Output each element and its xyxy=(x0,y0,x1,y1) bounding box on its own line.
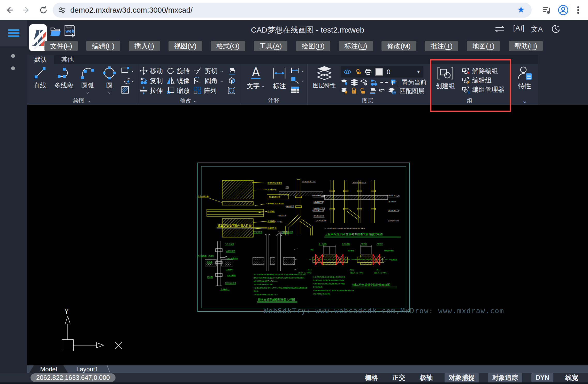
toggle-3[interactable]: 对象捕捉 xyxy=(445,373,479,383)
stretch-tool[interactable]: 拉伸 xyxy=(140,86,163,95)
fillet-tool[interactable]: 圆角 ⌄ xyxy=(193,76,224,85)
sidebar-dot[interactable] xyxy=(11,54,15,58)
explode-tool[interactable] xyxy=(227,76,236,85)
set-current-label[interactable]: 置为当前 xyxy=(402,78,426,87)
url-text[interactable]: demo2.mxdraw3d.com:3000/mxcad/ xyxy=(70,6,193,14)
ellipse-tool[interactable]: ⌄ xyxy=(121,76,134,84)
undo-icon[interactable] xyxy=(378,87,386,95)
toggle-4[interactable]: 对象追踪 xyxy=(488,373,522,383)
scale-tool[interactable]: 缩放 xyxy=(166,86,190,95)
layer-color-swatch[interactable] xyxy=(375,68,383,76)
annotate-section-label[interactable]: 注释 xyxy=(240,97,307,105)
chevron-down-icon[interactable]: ⌄ xyxy=(220,68,224,73)
arc-tool[interactable]: 圆弧 ⌄ xyxy=(76,64,100,97)
toggle-6[interactable]: 线宽 xyxy=(563,373,581,383)
leader-tool[interactable]: ⌄ xyxy=(291,76,305,84)
dimension-tool[interactable]: 标注 xyxy=(268,64,291,97)
properties-tool[interactable]: 特性 xyxy=(512,64,538,97)
layer-stack-icon[interactable] xyxy=(350,79,358,86)
menu-i-2[interactable]: 插入(I) xyxy=(129,41,160,51)
array-tool[interactable]: 阵列 xyxy=(193,86,224,95)
menu-t-10[interactable]: 地图(T) xyxy=(467,41,500,51)
layers-section-label[interactable]: 图层 xyxy=(308,97,428,105)
hamburger-menu-icon[interactable] xyxy=(7,29,20,38)
menu-v-3[interactable]: 视图(V) xyxy=(169,41,202,51)
modify-section-label[interactable]: 修改⌄ xyxy=(137,97,240,105)
menu-t-9[interactable]: 批注(T) xyxy=(425,41,458,51)
chevron-down-icon[interactable]: ▼ xyxy=(416,69,421,75)
drawing-canvas[interactable]: 管道穿越地下室外墙大样图 卫生间厨洗,污水立管与专用通气管连接安装图 排水立管穿… xyxy=(27,105,588,365)
toggle-1[interactable]: 正交 xyxy=(390,373,408,383)
polyline-tool[interactable]: 多线段 xyxy=(52,64,76,97)
menu-a-5[interactable]: 工具(A) xyxy=(254,41,288,51)
toggle-2[interactable]: 极轴 xyxy=(417,373,435,383)
layer-settings-icon[interactable] xyxy=(360,79,368,86)
chevron-down-icon[interactable]: ⌄ xyxy=(107,90,111,94)
layer-unlock2-icon[interactable] xyxy=(359,87,366,95)
layer-visibility-eye-icon[interactable] xyxy=(343,69,352,75)
address-bar[interactable]: demo2.mxdraw3d.com:3000/mxcad/ ★ xyxy=(53,3,532,18)
swap-icon[interactable] xyxy=(494,24,505,34)
layer-lock-icon[interactable] xyxy=(350,87,357,95)
hatch-tool[interactable] xyxy=(121,86,134,94)
layer-properties-tool[interactable]: 图层特性 xyxy=(310,64,339,97)
translate-icon[interactable]: 文A xyxy=(531,24,543,34)
menu-h-11[interactable]: 帮助(H) xyxy=(509,41,543,51)
bookmark-star-icon[interactable]: ★ xyxy=(517,4,525,15)
tune-icon[interactable] xyxy=(57,6,66,14)
toggle-0[interactable]: 栅格 xyxy=(362,373,380,383)
linear-dimension-tool[interactable]: ⌄ xyxy=(291,66,305,74)
tab-model[interactable]: Model xyxy=(29,365,68,373)
chevron-down-icon[interactable]: ⌄ xyxy=(301,78,305,82)
layer-erase-icon[interactable] xyxy=(369,87,376,95)
mirror-tool[interactable]: 镜像 xyxy=(166,76,190,85)
menu-d-6[interactable]: 绘图(D) xyxy=(296,41,330,51)
profile-icon[interactable] xyxy=(558,4,569,16)
draw-section-label[interactable]: 绘图⌄ xyxy=(27,97,137,105)
chevron-down-icon[interactable]: ⌄ xyxy=(522,97,528,104)
rectangle-tool[interactable]: ⌄ xyxy=(121,66,134,74)
table-tool[interactable] xyxy=(291,86,305,94)
match-layer-icon[interactable] xyxy=(388,87,396,95)
merge-arrows-icon[interactable] xyxy=(380,79,388,86)
layer-copy-icon[interactable] xyxy=(370,79,378,86)
chevron-down-icon[interactable]: ⌄ xyxy=(131,78,134,82)
layer-walk-icon[interactable] xyxy=(341,87,348,95)
set-current-icon[interactable] xyxy=(390,79,398,86)
browser-menu-icon[interactable] xyxy=(572,4,584,16)
line-tool[interactable]: 直线 xyxy=(28,64,52,97)
forward-icon[interactable] xyxy=(21,4,32,16)
layer-print-icon[interactable] xyxy=(365,69,372,75)
text-tool[interactable]: A 文字 ⌄ xyxy=(243,64,268,97)
sidebar-dot[interactable] xyxy=(11,66,15,70)
tab-other[interactable]: 其他 xyxy=(54,55,81,64)
media-playlist-icon[interactable] xyxy=(541,4,553,16)
chevron-down-icon[interactable]: ⌄ xyxy=(301,68,305,73)
dark-mode-moon-icon[interactable] xyxy=(551,24,561,34)
layer-unlock-icon[interactable] xyxy=(355,69,361,75)
menu-u-7[interactable]: 标注(U) xyxy=(339,41,373,51)
rotate-tool[interactable]: 旋转 xyxy=(166,66,190,75)
chevron-down-icon[interactable]: ⌄ xyxy=(131,68,134,73)
chevron-down-icon[interactable]: ⌄ xyxy=(86,90,89,94)
ai-icon[interactable]: [AI] xyxy=(513,24,525,32)
tab-layout1[interactable]: Layout1 xyxy=(68,365,107,373)
tab-default[interactable]: 默认 xyxy=(27,55,54,64)
move-tool[interactable]: 移动 xyxy=(140,66,163,75)
layer-dropdown[interactable]: 0 ▼ xyxy=(341,66,423,78)
back-icon[interactable] xyxy=(4,4,15,16)
select-tool[interactable] xyxy=(227,86,236,95)
trim-tool[interactable]: 剪切 ⌄ xyxy=(193,66,224,75)
chevron-down-icon[interactable]: ⌄ xyxy=(220,78,224,83)
layer-freeze-icon[interactable] xyxy=(341,79,348,86)
toggle-5[interactable]: DYN xyxy=(531,373,553,382)
reload-icon[interactable] xyxy=(38,4,49,16)
chevron-down-icon[interactable]: ⌄ xyxy=(261,83,265,88)
menu-m-8[interactable]: 修改(M) xyxy=(381,41,416,51)
menu-f-0[interactable]: 文件(F) xyxy=(44,41,78,51)
copy-tool[interactable]: 复制 xyxy=(140,76,163,85)
match-layer-label[interactable]: 匹配图层 xyxy=(400,87,424,95)
circle-tool[interactable]: 圆 ⌄ xyxy=(100,64,119,97)
menu-o-4[interactable]: 格式(O) xyxy=(211,41,245,51)
menu-e-1[interactable]: 编辑(E) xyxy=(86,41,120,51)
